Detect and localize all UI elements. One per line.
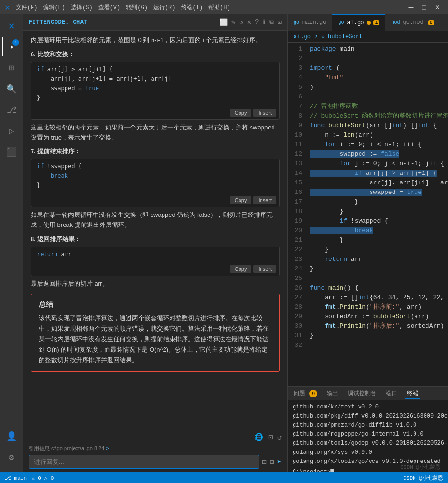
code3-insert-button[interactable]: Insert (253, 265, 276, 273)
send-icon-image[interactable]: ⊡ (270, 457, 274, 467)
chat-content: 内层循环用于比较相邻的元素，范围是 0 到 n-i-1，因为后面的 i 个元素已… (23, 31, 287, 429)
section8-header: 8. 返回排序结果： (31, 235, 280, 244)
vscode-logo: ✕ (5, 2, 10, 12)
footer-icon-web[interactable]: 🌐 (254, 433, 263, 442)
terminal-tabs: 问题 9 输出 调试控制台 端口 终端 (288, 387, 448, 400)
editor-content[interactable]: 1 2 3 4 5 6 7 8 9 10 11 12 13 14 15 16 1… (288, 43, 448, 386)
chat-icon-close[interactable]: ✕ (247, 18, 251, 26)
citation-bar: 引用信息 c:\go project\ai.go 8:24 > (29, 445, 282, 452)
term-line-2: github.com/pkg/diff v0.0.0-2021022616300… (293, 412, 448, 420)
chat-icon-refresh[interactable]: ↺ (239, 18, 243, 26)
citation-link[interactable]: > (106, 445, 109, 451)
term-tab-output[interactable]: 输出 (325, 388, 340, 398)
activity-icon-fittencode[interactable]: ✦ 1 (2, 37, 21, 56)
tab-label-mod: go.mod (403, 19, 424, 26)
input-area: ⊡ ⊡ ➤ (29, 455, 282, 469)
term-line-1: github.com/kr/text v0.2.0 (293, 403, 448, 411)
status-errors[interactable]: ⚠ 0 △ 0 (32, 475, 54, 481)
tab-ai-go[interactable]: go ai.go 1 (332, 14, 385, 31)
code1-copy-button[interactable]: Copy (230, 109, 252, 117)
status-watermark: CSDN @小七蒙恩 (403, 474, 443, 482)
activity-icon-account[interactable]: 👤 (2, 427, 21, 446)
menu-file[interactable]: 文件(F) (16, 3, 38, 11)
footer-icon-refresh[interactable]: ↺ (277, 433, 282, 442)
menu-edit[interactable]: 编辑(E) (43, 3, 65, 11)
activity-bottom: 👤 ⚙ (2, 427, 21, 472)
code2-copy-button[interactable]: Copy (230, 196, 252, 204)
line-numbers: 1 2 3 4 5 6 7 8 9 10 11 12 13 14 15 16 1… (288, 43, 306, 386)
section7-header: 7. 提前结束排序： (31, 147, 280, 156)
menu-run[interactable]: 运行(R) (153, 3, 175, 11)
term-tab-debug[interactable]: 调试控制台 (346, 388, 378, 398)
tab-icon-mod: mod (391, 20, 400, 25)
chat-icon-layout[interactable]: ⬜ (219, 18, 228, 26)
terminal-content: github.com/kr/text v0.2.0 github.com/pkg… (288, 400, 448, 472)
activity-icon-logo: ✕ (2, 16, 21, 35)
send-icon-send[interactable]: ➤ (277, 457, 282, 467)
term-tab-terminal[interactable]: 终端 (405, 388, 420, 399)
send-icon-attach[interactable]: ⊡ (262, 457, 267, 467)
chat-icon-info[interactable]: ℹ (263, 18, 265, 26)
code-block-1: if arr[j] > arr[j+1] { arr[j], arr[j+1] … (31, 62, 280, 120)
summary-title: 总结 (39, 300, 272, 309)
breadcrumb: ai.go > ⚔ bubbleSort (288, 31, 448, 43)
chat-panel: FITTENCODE: CHAT ⬜ ✎ ↺ ✕ ? ℹ ⧉ ⊡ 内层循环用于比… (23, 14, 288, 472)
code1-insert-button[interactable]: Insert (253, 109, 276, 117)
status-left: ⎇ main ⚠ 0 △ 0 (5, 475, 54, 481)
chat-icon-help[interactable]: ? (255, 18, 259, 26)
activity-icon-explorer[interactable]: ⊞ (2, 58, 21, 77)
footer-icon-copy[interactable]: ⊡ (268, 433, 273, 442)
titlebar: ✕ 文件(F) 编辑(E) 选择(S) 查看(V) 转到(G) 运行(R) 终端… (0, 0, 448, 14)
chat-desc2: 如果在某一轮内层循环中没有发生交换（即 swapped 仍然为 false），则… (31, 210, 280, 230)
problems-badge: 9 (309, 390, 317, 397)
code3-actions: Copy Insert (230, 265, 276, 273)
menu-view[interactable]: 查看(V) (98, 3, 120, 11)
tab-go-mod[interactable]: mod go.mod 8 (385, 14, 440, 31)
term-tab-problems[interactable]: 问题 9 (292, 388, 319, 399)
status-branch[interactable]: ⎇ main (5, 475, 27, 481)
code2-actions: Copy Insert (230, 196, 276, 204)
menu-help[interactable]: 帮助(H) (208, 3, 230, 11)
activity-bar: ✕ ✦ 1 ⊞ 🔍 ⎇ ▷ ⬛ 👤 ⚙ (0, 14, 23, 472)
citation-label: 引用信息 c:\go project\ai.go 8:24 (29, 445, 104, 451)
chat-icon-edit[interactable]: ✎ (231, 18, 235, 26)
activity-icon-debug[interactable]: ▷ (2, 121, 21, 140)
close-button[interactable]: ✕ (432, 2, 443, 12)
menu-terminal[interactable]: 终端(T) (181, 3, 203, 11)
tab-icon-main: go (294, 20, 299, 25)
chat-header-icons: ⬜ ✎ ↺ ✕ ? ℹ ⧉ ⊡ (219, 18, 282, 26)
chat-icon-split[interactable]: ⊡ (278, 18, 282, 26)
maximize-button[interactable]: □ (419, 2, 429, 12)
minimize-button[interactable]: ─ (406, 2, 416, 12)
code3-copy-button[interactable]: Copy (230, 265, 252, 273)
term-line-6: golang.org/x/sys v0.9.0 (293, 448, 448, 457)
activity-icon-extensions[interactable]: ⬛ (2, 142, 21, 161)
tab-label-ai: ai.go (347, 20, 364, 26)
editor-panel: go main.go go ai.go 1 mod go.mod 8 ai.go… (288, 14, 448, 472)
activity-icon-settings[interactable]: ⚙ (2, 448, 21, 467)
term-line-5: github.com/tools/godep v0.0.0-2018012622… (293, 439, 448, 448)
activity-icon-search[interactable]: 🔍 (2, 79, 21, 98)
code-block-3: return arr Copy Insert (31, 247, 280, 276)
tab-badge-ai: 1 (373, 20, 379, 25)
chat-input-field[interactable] (29, 455, 259, 469)
chat-icon-newwindow[interactable]: ⧉ (269, 18, 274, 26)
breadcrumb-file[interactable]: ai.go (294, 33, 311, 40)
chat-title: FITTENCODE: CHAT (29, 19, 87, 26)
activity-icon-source-control[interactable]: ⎇ (2, 100, 21, 119)
terminal-panel: 问题 9 输出 调试控制台 端口 终端 github.com/kr/text v… (288, 386, 448, 472)
tab-main-go[interactable]: go main.go (288, 14, 332, 31)
menu-bar: 文件(F) 编辑(E) 选择(S) 查看(V) 转到(G) 运行(R) 终端(T… (16, 3, 230, 11)
tab-label-main: main.go (302, 19, 326, 26)
status-bar: ⎇ main ⚠ 0 △ 0 CSDN @小七蒙恩 (0, 472, 448, 483)
section6-header: 6. 比较和交换： (31, 50, 280, 59)
term-line-3: github.com/pmezard/go-difflib v1.0.0 (293, 421, 448, 429)
menu-select[interactable]: 选择(S) (71, 3, 93, 11)
breadcrumb-symbol[interactable]: ⚔ bubbleSort (321, 33, 362, 40)
code2-insert-button[interactable]: Insert (253, 196, 276, 204)
footer-icons: 🌐 ⊡ ↺ (29, 433, 282, 442)
code1-actions: Copy Insert (230, 109, 276, 117)
tab-icon-ai: go (338, 20, 344, 25)
menu-goto[interactable]: 转到(G) (126, 3, 148, 11)
term-tab-ports[interactable]: 端口 (384, 388, 399, 398)
